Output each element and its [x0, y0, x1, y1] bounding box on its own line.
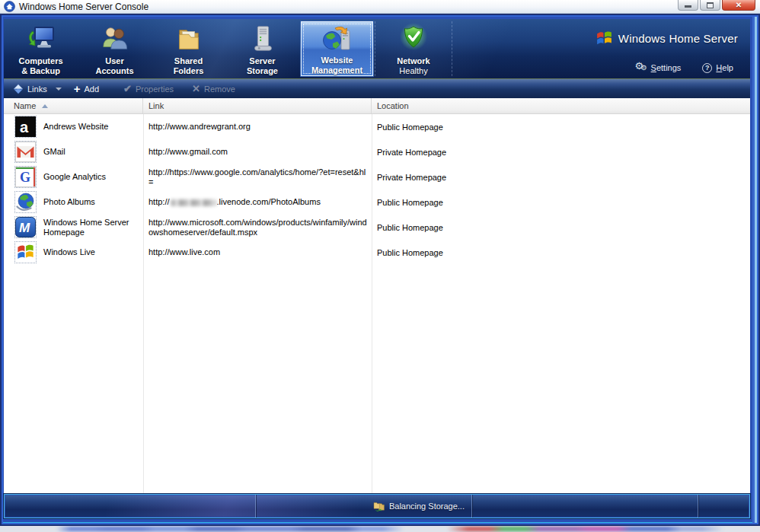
window-title: Windows Home Server Console	[19, 1, 148, 12]
gmail-icon	[15, 142, 36, 162]
balancing-storage-icon	[373, 502, 385, 511]
minimize-button[interactable]	[678, 0, 698, 11]
window: Windows Home Server Console ✕	[0, 0, 760, 532]
links-table: Name Link Location	[4, 98, 750, 493]
gear-icon: ⚙⚙	[635, 62, 647, 73]
window-frame: Computers & Backup User	[0, 14, 760, 526]
tab-label: & Backup	[18, 66, 62, 76]
links-diamond-icon	[13, 84, 24, 94]
sort-ascending-icon	[42, 104, 48, 108]
status-segment: Balancing Storage...	[256, 495, 472, 518]
window-controls: ✕	[678, 0, 755, 11]
google-icon: G	[15, 167, 36, 187]
tab-label: Website	[311, 56, 362, 65]
properties-button[interactable]: ✔ Properties	[123, 84, 174, 94]
network-status-text: Healthy	[399, 66, 427, 76]
nav-utility-links: ⚙⚙ Settings ? Help	[635, 62, 733, 73]
status-segment	[472, 495, 698, 518]
tab-label: User	[95, 56, 133, 66]
tab-label: Server	[247, 56, 278, 66]
add-label: Add	[84, 84, 99, 94]
column-header-link[interactable]: Link	[143, 98, 372, 113]
network-health-status[interactable]: Network Healthy	[375, 21, 452, 76]
links-label: Links	[27, 84, 47, 94]
toolbar: Links + Add ✔ Properties ✕ Remove	[4, 78, 750, 98]
remove-label: Remove	[204, 84, 235, 94]
brand-logo: Windows Home Server	[595, 29, 738, 48]
close-button[interactable]: ✕	[722, 0, 755, 11]
link-name: GMail	[43, 147, 136, 157]
table-body: a Andrews Website http://www.andrewgrant…	[4, 114, 750, 493]
link-location: Public Homepage	[372, 215, 750, 240]
status-segment	[5, 495, 256, 518]
plus-icon: +	[74, 83, 81, 94]
svg-text:M: M	[19, 221, 30, 235]
website-management-icon	[322, 22, 353, 56]
network-health-shield-icon	[397, 21, 430, 56]
tab-computers-backup[interactable]: Computers & Backup	[4, 21, 78, 76]
a-logo-icon: a	[15, 116, 36, 137]
link-name: Google Analytics	[43, 172, 136, 182]
table-row[interactable]: Photo Albums http://.livenode.com/PhotoA…	[4, 190, 750, 215]
taskbar-strip	[0, 526, 760, 532]
table-row[interactable]: a Andrews Website http://www.andrewgrant…	[4, 114, 750, 139]
link-name: Windows Live	[43, 247, 136, 257]
minimize-icon	[685, 5, 691, 8]
check-icon: ✔	[123, 84, 132, 94]
tab-label: Accounts	[95, 66, 133, 76]
remove-button[interactable]: ✕ Remove	[192, 84, 235, 94]
column-header-location[interactable]: Location	[372, 98, 750, 113]
link-url-suffix: .livenode.com/PhotoAlbums	[217, 197, 321, 206]
chevron-down-icon	[56, 88, 62, 91]
table-row[interactable]: G Google Analytics http://https://www.go…	[4, 164, 750, 190]
maximize-button[interactable]	[700, 0, 720, 11]
balancing-storage-label: Balancing Storage...	[389, 502, 465, 511]
properties-label: Properties	[136, 84, 174, 94]
globe-icon	[15, 192, 36, 212]
link-url-prefix: http://	[148, 197, 170, 206]
x-icon: ✕	[192, 84, 200, 94]
svg-text:a: a	[20, 119, 29, 135]
shared-folders-icon	[174, 21, 203, 56]
tab-shared-folders[interactable]: Shared Folders	[152, 21, 225, 76]
link-url: http://https://www.google.com/analytics/…	[148, 167, 369, 187]
link-location: Private Homepage	[372, 139, 750, 164]
settings-label: Settings	[651, 63, 682, 72]
link-location: Public Homepage	[372, 114, 750, 139]
table-row[interactable]: M Windows Home Server Homepage http://ww…	[4, 215, 750, 240]
maximize-icon	[707, 2, 714, 8]
tab-server-storage[interactable]: Server Storage	[225, 21, 299, 76]
tab-label: Management	[311, 65, 362, 75]
link-name: Windows Home Server Homepage	[43, 218, 136, 237]
table-row[interactable]: Windows Live http://www.live.com Public …	[4, 240, 750, 265]
network-label: Network	[397, 56, 429, 66]
tab-website-management[interactable]: Website Management	[301, 21, 373, 76]
svg-text:G: G	[20, 170, 30, 185]
close-icon: ✕	[736, 2, 742, 9]
settings-button[interactable]: ⚙⚙ Settings	[635, 62, 682, 73]
tab-label: Computers	[18, 56, 62, 66]
add-button[interactable]: + Add	[74, 83, 99, 94]
brand-text: Windows Home Server	[618, 32, 738, 45]
table-header: Name Link Location	[4, 98, 750, 114]
links-menu-button[interactable]: Links	[13, 84, 62, 94]
column-header-name[interactable]: Name	[4, 98, 143, 113]
tab-label: Folders	[174, 66, 204, 76]
tab-label: Storage	[247, 66, 278, 76]
status-bar: Balancing Storage...	[4, 494, 750, 518]
table-row[interactable]: GMail http://www.gmail.com Private Homep…	[4, 139, 750, 164]
tab-user-accounts[interactable]: User Accounts	[78, 21, 152, 76]
nav-bar: Computers & Backup User	[4, 19, 750, 78]
windows-flag-icon	[595, 29, 614, 48]
help-icon: ?	[702, 63, 712, 73]
link-url: http://www.gmail.com	[148, 147, 228, 157]
help-button[interactable]: ? Help	[702, 62, 733, 73]
m-logo-icon: M	[15, 217, 36, 237]
link-name: Andrews Website	[43, 122, 136, 132]
computers-backup-icon	[26, 21, 56, 56]
link-location: Public Homepage	[372, 190, 750, 215]
help-label: Help	[716, 63, 733, 72]
redacted-text	[171, 199, 216, 206]
link-url: http://www.live.com	[148, 247, 220, 257]
status-segment	[698, 495, 749, 518]
